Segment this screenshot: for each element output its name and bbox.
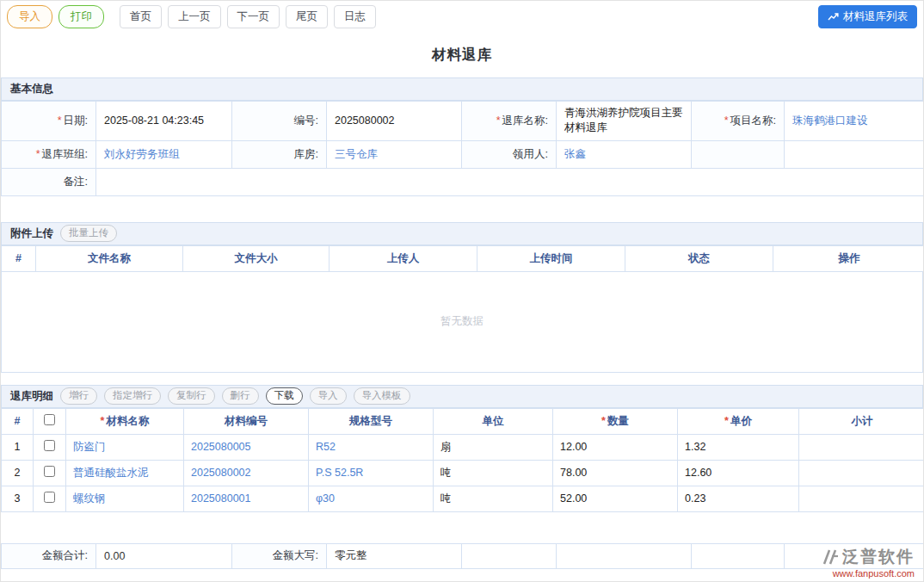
download-button[interactable]: 下载 [266, 387, 303, 405]
project-name-link[interactable]: 珠海鹤港口建设 [792, 115, 868, 127]
detail-col-unit: 单位 [434, 408, 553, 434]
attachments-col-filesize: 文件大小 [183, 245, 330, 271]
insert-row-button[interactable]: 指定增行 [104, 387, 161, 405]
summary-empty-cell [462, 543, 557, 568]
attachments-panel: 附件上传 批量上传 # 文件名称 文件大小 上传人 上传时间 状态 操作 暂无数… [1, 222, 923, 373]
nav-first-page-button[interactable]: 首页 [120, 5, 162, 28]
detail-header: 退库明细 增行 指定增行 复制行 删行 下载 导入 导入模板 [1, 385, 923, 408]
attachments-header: 附件上传 批量上传 [1, 222, 923, 245]
material-name-link[interactable]: 防盗门 [73, 441, 106, 453]
detail-col-select [34, 408, 66, 434]
empty-label-cell [692, 140, 785, 168]
recipient-link[interactable]: 张鑫 [564, 148, 586, 160]
batch-upload-button[interactable]: 批量上传 [60, 225, 117, 242]
detail-import-button[interactable]: 导入 [310, 387, 347, 405]
spec-cell: φ30 [309, 486, 434, 511]
copy-row-button[interactable]: 复制行 [168, 387, 215, 405]
material-name-cell: 防盗门 [66, 434, 184, 460]
material-name-link[interactable]: 普通硅酸盐水泥 [73, 467, 149, 479]
attachments-table: # 文件名称 文件大小 上传人 上传时间 状态 操作 [1, 245, 924, 272]
detail-col-material-code: 材料编号 [184, 408, 309, 434]
material-code-cell: 2025080005 [184, 434, 309, 460]
nav-prev-page-button[interactable]: 上一页 [168, 5, 221, 28]
spec-link[interactable]: R52 [316, 441, 336, 453]
material-return-page: 导入 打印 首页 上一页 下一页 尾页 日志 材料退库列表 材料退库 基本信息 [0, 0, 924, 582]
team-value: 刘永好劳务班组 [96, 140, 232, 168]
row-select-cell [34, 460, 66, 486]
amount-total-label: 金额合计: [2, 543, 96, 568]
material-code-cell: 2025080002 [184, 460, 309, 486]
log-button[interactable]: 日志 [334, 5, 376, 28]
attachments-col-uploadtime: 上传时间 [477, 245, 625, 271]
warehouse-label: 库房: [232, 140, 327, 168]
import-button[interactable]: 导入 [7, 5, 52, 28]
amount-total-value: 0.00 [96, 543, 232, 568]
amount-caps-label: 金额大写: [232, 543, 327, 568]
watermark-url: www.fanpusoft.com [822, 568, 915, 579]
row-checkbox[interactable] [44, 440, 55, 451]
basic-info-header: 基本信息 [1, 77, 923, 101]
detail-col-index: # [2, 408, 34, 434]
page-title: 材料退库 [1, 46, 923, 65]
trend-arrow-icon [828, 12, 839, 22]
qty-cell: 78.00 [553, 460, 678, 486]
import-template-button[interactable]: 导入模板 [354, 387, 410, 405]
team-link[interactable]: 刘永好劳务班组 [104, 148, 180, 160]
warehouse-value: 三号仓库 [327, 140, 462, 168]
price-cell: 1.32 [678, 434, 799, 460]
attachments-col-status: 状态 [625, 245, 773, 271]
print-button[interactable]: 打印 [59, 5, 104, 28]
recipient-value: 张鑫 [557, 140, 692, 168]
summary-empty-cell [785, 543, 924, 568]
team-label: *退库班组: [2, 140, 96, 168]
unit-cell: 吨 [434, 460, 553, 486]
remark-label: 备注: [2, 168, 96, 195]
detail-col-material-name: *材料名称 [66, 408, 184, 434]
row-select-cell [34, 434, 66, 460]
project-name-label: *项目名称: [692, 101, 785, 140]
row-checkbox[interactable] [44, 492, 55, 503]
spec-cell: R52 [309, 434, 434, 460]
subtotal-cell [799, 486, 924, 511]
warehouse-link[interactable]: 三号仓库 [335, 148, 378, 160]
code-label: 编号: [232, 101, 327, 140]
delete-row-button[interactable]: 删行 [222, 387, 259, 405]
material-code-link[interactable]: 2025080005 [191, 441, 251, 453]
price-cell: 12.60 [678, 460, 799, 486]
nav-last-page-button[interactable]: 尾页 [286, 5, 328, 28]
toolbar: 导入 打印 首页 上一页 下一页 尾页 日志 材料退库列表 [1, 1, 923, 32]
price-cell: 0.23 [678, 486, 799, 511]
material-code-link[interactable]: 2025080002 [191, 467, 251, 479]
table-row: 1 防盗门 2025080005 R52 扇 12.00 1.32 [2, 434, 924, 460]
project-name-value: 珠海鹤港口建设 [785, 101, 924, 140]
nav-next-page-button[interactable]: 下一页 [227, 5, 280, 28]
detail-panel: 退库明细 增行 指定增行 复制行 删行 下载 导入 导入模板 # *材料名称 材… [1, 385, 923, 512]
return-name-label: *退库名称: [462, 101, 557, 140]
spec-link[interactable]: φ30 [316, 492, 335, 505]
material-name-link[interactable]: 螺纹钢 [73, 492, 106, 505]
remark-value [96, 168, 924, 195]
empty-value-cell [785, 140, 924, 168]
material-code-link[interactable]: 2025080001 [191, 492, 251, 505]
row-index: 2 [2, 460, 34, 486]
detail-col-spec: 规格型号 [309, 408, 434, 434]
unit-cell: 吨 [434, 486, 553, 511]
date-label: *日期: [2, 101, 96, 140]
amount-caps-value: 零元整 [327, 543, 462, 568]
recipient-label: 领用人: [462, 140, 557, 168]
attachments-col-filename: 文件名称 [36, 245, 183, 271]
add-row-button[interactable]: 增行 [60, 387, 97, 405]
unit-cell: 扇 [434, 434, 553, 460]
select-all-checkbox[interactable] [44, 414, 55, 425]
attachments-title: 附件上传 [10, 226, 53, 241]
basic-info-title: 基本信息 [10, 82, 53, 96]
attachments-empty-state: 暂无数据 [1, 272, 923, 373]
material-name-cell: 螺纹钢 [66, 486, 184, 511]
subtotal-cell [799, 434, 924, 460]
material-return-list-button[interactable]: 材料退库列表 [818, 5, 917, 28]
code-value: 2025080002 [327, 101, 462, 140]
detail-col-subtotal: 小计 [799, 408, 924, 434]
row-checkbox[interactable] [44, 466, 55, 477]
spec-link[interactable]: P.S 52.5R [316, 467, 363, 479]
detail-col-price: *单价 [678, 408, 799, 434]
